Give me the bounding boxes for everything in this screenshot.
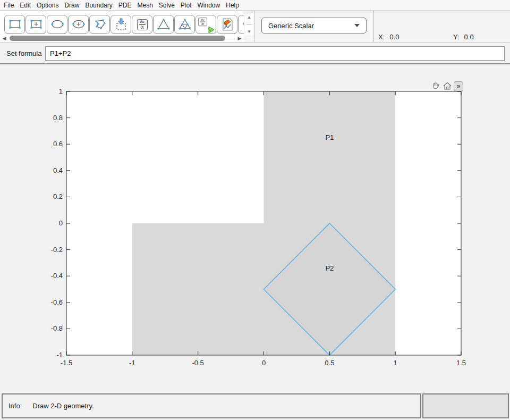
ellipse-centered-icon	[71, 17, 87, 32]
y-tick-label: -1	[33, 351, 63, 359]
toolbar-spinner[interactable]: ▲ ▼	[245, 14, 253, 35]
menu-pde[interactable]: PDE	[118, 2, 132, 9]
menu-boundary[interactable]: Boundary	[85, 2, 112, 9]
set-formula-row: Set formula	[0, 43, 510, 64]
toolbar-divider-2	[373, 11, 374, 42]
scroll-right-icon[interactable]: ▶	[236, 35, 243, 41]
spinner-up-icon[interactable]: ▲	[247, 15, 251, 20]
spinner-divider	[246, 24, 252, 25]
x-tick-label: 0	[262, 359, 266, 367]
pde-fraction-icon: ∂u∂t	[137, 19, 148, 30]
y-tick-label: 0.8	[33, 114, 63, 122]
x-coordinate-value: 0.0	[389, 33, 399, 41]
boundary-mode-button[interactable]	[110, 15, 131, 34]
menu-draw[interactable]: Draw	[64, 2, 79, 9]
solve-icon: ∂u∂t	[198, 16, 214, 32]
info-status-panel: Info: Draw 2-D geometry.	[2, 393, 421, 418]
menu-plot[interactable]: Plot	[181, 2, 192, 9]
spinner-down-icon[interactable]: ▼	[247, 29, 251, 34]
menu-options[interactable]: Options	[37, 2, 58, 9]
polygon-icon	[92, 17, 108, 32]
draw-rectangle-center-button[interactable]	[26, 15, 46, 34]
toolbar-divider-1	[254, 11, 254, 42]
y-coordinate-value: 0.0	[464, 33, 474, 41]
refine-mesh-button[interactable]	[174, 15, 195, 34]
toolbar-scrollbar[interactable]: ◀ ▶	[1, 35, 243, 41]
x-tick-label: 1	[394, 359, 397, 367]
y-tick-label: 0.6	[33, 140, 63, 148]
y-tick-label: 0	[33, 219, 63, 227]
menu-solve[interactable]: Solve	[159, 2, 175, 9]
chevron-down-icon	[354, 24, 360, 27]
y-tick-label: -0.4	[33, 272, 63, 280]
plot-solution-icon	[219, 17, 235, 32]
x-tick-label: 1.5	[456, 359, 466, 367]
status-side-panel	[422, 393, 509, 418]
y-tick-label: -0.2	[33, 246, 63, 254]
menu-bar: File Edit Options Draw Boundary PDE Mesh…	[0, 0, 510, 11]
x-tick-label: -1	[129, 359, 135, 367]
y-tick-label: 0.4	[33, 166, 63, 174]
menu-help[interactable]: Help	[226, 2, 239, 9]
y-coordinate-label: Y:	[453, 33, 460, 41]
scroll-left-icon[interactable]: ◀	[1, 35, 7, 41]
x-tick-label: 0.5	[325, 359, 334, 367]
set-formula-label: Set formula	[6, 49, 41, 57]
info-label: Info:	[8, 402, 22, 410]
draw-ellipse-corner-button[interactable]	[47, 15, 67, 34]
refined-mesh-icon	[177, 17, 193, 32]
menu-file[interactable]: File	[4, 2, 14, 9]
plot-solution-button[interactable]	[217, 15, 237, 34]
y-tick-label: 1	[33, 87, 63, 95]
solve-pde-button[interactable]: ∂u∂t	[196, 15, 216, 34]
mesh-triangle-icon	[156, 17, 172, 32]
axes-plot[interactable]	[0, 64, 510, 392]
rectangle-centered-icon	[28, 17, 44, 32]
play-icon	[208, 26, 215, 33]
scrollbar-thumb[interactable]	[10, 36, 225, 41]
rectangle-icon	[7, 17, 23, 32]
y-tick-label: -0.6	[33, 298, 63, 306]
shape-label-P1: P1	[325, 133, 334, 141]
boundary-arrow-icon	[113, 17, 129, 32]
ellipse-icon	[49, 17, 65, 32]
draw-ellipse-center-button[interactable]	[68, 15, 89, 34]
scrollbar-track[interactable]	[7, 35, 236, 41]
info-message: Draw 2-D geometry.	[32, 402, 94, 410]
menu-mesh[interactable]: Mesh	[137, 2, 152, 9]
x-tick-label: -0.5	[192, 359, 203, 367]
y-tick-label: 0.2	[33, 192, 63, 200]
x-coordinate-label: X:	[378, 33, 385, 41]
toolbar-strip: ∂u∂t ∂u∂t	[0, 11, 244, 42]
zoom-icon	[241, 17, 244, 32]
initialize-mesh-button[interactable]	[153, 15, 174, 34]
application-mode-value: Generic Scalar	[268, 22, 354, 30]
draw-rectangle-corner-button[interactable]	[4, 15, 25, 34]
application-mode-dropdown[interactable]: Generic Scalar	[261, 18, 367, 33]
zoom-button[interactable]	[238, 15, 244, 34]
y-tick-label: -0.8	[33, 324, 63, 332]
x-tick-label: -1.5	[61, 359, 72, 367]
draw-polygon-button[interactable]	[89, 15, 110, 34]
pde-mode-button[interactable]: ∂u∂t	[132, 15, 152, 34]
geometry-canvas[interactable]: » -1.5-1-0.500.511.510.80.60.40.20-0.2-0…	[0, 64, 510, 392]
set-formula-input[interactable]	[45, 46, 505, 61]
shape-label-P2: P2	[325, 264, 334, 272]
menu-edit[interactable]: Edit	[20, 2, 31, 9]
toolbar: ∂u∂t ∂u∂t	[0, 11, 510, 43]
menu-window[interactable]: Window	[198, 2, 220, 9]
